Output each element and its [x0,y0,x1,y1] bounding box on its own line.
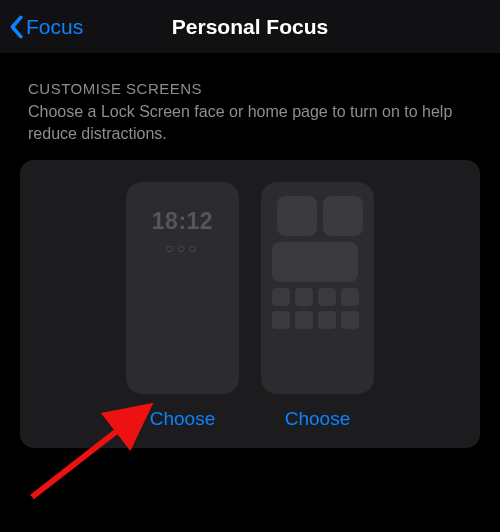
choose-home-screen-button[interactable]: Choose [285,408,351,430]
lock-screen-tile: 18:12 ○○○ Choose [126,182,239,430]
lock-screen-time: 18:12 [126,208,239,235]
lock-screen-preview[interactable]: 18:12 ○○○ [126,182,239,394]
chevron-left-icon [8,15,24,39]
choose-lock-screen-button[interactable]: Choose [150,408,216,430]
home-screen-preview[interactable] [261,182,374,394]
section-header: CUSTOMISE SCREENS [28,80,472,97]
navigation-bar: Focus Personal Focus [0,0,500,54]
back-button[interactable]: Focus [8,15,83,39]
lock-screen-dots-icon: ○○○ [126,240,239,256]
content-area: CUSTOMISE SCREENS Choose a Lock Screen f… [0,54,500,468]
screens-card: 18:12 ○○○ Choose [20,160,480,448]
back-label: Focus [26,15,83,39]
section-description: Choose a Lock Screen face or home page t… [28,101,472,144]
home-screen-tile: Choose [261,182,374,430]
home-screen-layout-icon [272,196,363,329]
